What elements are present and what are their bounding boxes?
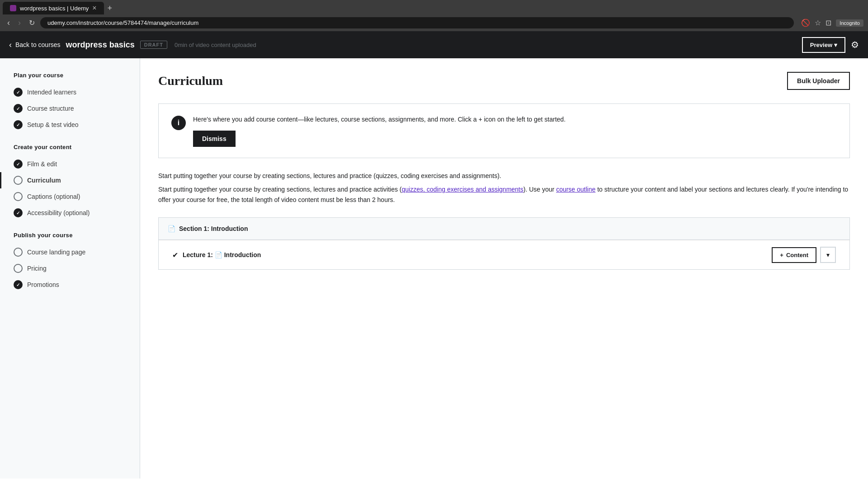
page-title: Curriculum <box>158 74 223 88</box>
desc-line1: Start putting together your course by cr… <box>158 171 850 181</box>
check-icon-intended-learners <box>14 88 23 97</box>
publish-section: Publish your course Course landing page … <box>0 232 140 293</box>
desc-line2-before: Start putting together your course by cr… <box>158 186 402 193</box>
content-plus-icon: + <box>780 252 783 258</box>
udemy-favicon <box>10 5 16 11</box>
sidebar-item-captions[interactable]: Captions (optional) <box>0 188 140 205</box>
tab-close-button[interactable]: × <box>92 5 96 12</box>
incognito-badge: Incognito <box>836 19 863 27</box>
check-icon-course-landing-page <box>14 248 23 257</box>
sidebar-label-course-landing-page: Course landing page <box>27 249 85 256</box>
check-icon-promotions <box>14 280 23 289</box>
preview-label: Preview <box>810 42 832 48</box>
browser-controls: ‹ › ↻ udemy.com/instructor/course/578447… <box>0 14 868 31</box>
lecture-check-icon: ✔ <box>172 251 178 259</box>
lecture-1-number: Lecture 1: <box>183 251 213 258</box>
expand-lecture-button[interactable]: ▾ <box>820 247 836 263</box>
info-icon: i <box>171 116 186 130</box>
check-icon-captions <box>14 192 23 201</box>
info-banner-content: Here's where you add course content—like… <box>193 115 566 147</box>
sidebar-label-captions: Captions (optional) <box>27 193 80 200</box>
sidebar-label-setup-test-video: Setup & test video <box>27 121 79 128</box>
browser-actions: 🚫 ☆ ⊡ Incognito <box>801 19 863 27</box>
sidebar-icon[interactable]: ⊡ <box>826 19 831 27</box>
check-icon-course-structure <box>14 104 23 113</box>
sidebar-item-intended-learners[interactable]: Intended learners <box>0 84 140 100</box>
sidebar-item-accessibility[interactable]: Accessibility (optional) <box>0 205 140 221</box>
section-1-label: Section 1: Introduction <box>179 225 248 232</box>
sidebar-item-setup-test-video[interactable]: Setup & test video <box>0 117 140 133</box>
publish-section-title: Publish your course <box>0 232 140 244</box>
create-section: Create your content Film & edit Curricul… <box>0 144 140 221</box>
video-info: 0min of video content uploaded <box>175 42 256 48</box>
course-outline-link[interactable]: course outline <box>556 186 595 193</box>
sidebar-label-curriculum: Curriculum <box>27 177 61 184</box>
section-1-title: Introduction <box>211 225 248 232</box>
info-banner-text: Here's where you add course content—like… <box>193 115 566 124</box>
sidebar-label-intended-learners: Intended learners <box>27 89 76 96</box>
add-content-button[interactable]: + Content <box>772 247 816 263</box>
sidebar-item-course-structure[interactable]: Course structure <box>0 100 140 117</box>
bulk-uploader-button[interactable]: Bulk Uploader <box>787 72 850 90</box>
sidebar: Plan your course Intended learners Cours… <box>0 58 140 479</box>
sidebar-item-pricing[interactable]: Pricing <box>0 260 140 277</box>
section-file-icon: 📄 <box>168 225 175 232</box>
back-to-courses-label: Back to courses <box>15 41 61 48</box>
sidebar-label-course-structure: Course structure <box>27 105 74 112</box>
check-icon-accessibility <box>14 208 23 217</box>
address-bar[interactable]: udemy.com/instructor/course/5784474/mana… <box>40 17 794 28</box>
page-title-row: Curriculum Bulk Uploader <box>158 72 850 90</box>
plan-section-title: Plan your course <box>0 72 140 84</box>
browser-tab[interactable]: wordpress basics | Udemy × <box>3 2 104 14</box>
main-content: Curriculum Bulk Uploader i Here's where … <box>140 58 868 479</box>
sidebar-label-promotions: Promotions <box>27 281 59 288</box>
reload-button[interactable]: ↻ <box>26 18 38 28</box>
content-label: Content <box>786 252 808 258</box>
desc-line2: Start putting together your course by cr… <box>158 184 850 205</box>
sidebar-item-curriculum[interactable]: Curriculum <box>0 172 140 188</box>
check-icon-film-edit <box>14 160 23 169</box>
plan-section: Plan your course Intended learners Cours… <box>0 72 140 133</box>
dismiss-button[interactable]: Dismiss <box>193 131 236 147</box>
sidebar-label-film-edit: Film & edit <box>27 160 57 168</box>
preview-arrow-icon: ▾ <box>834 42 837 48</box>
desc-line2-middle: ). Use your <box>524 186 556 193</box>
back-nav-button[interactable]: ‹ <box>5 17 13 28</box>
check-icon-setup-test-video <box>14 120 23 129</box>
sidebar-label-accessibility: Accessibility (optional) <box>27 209 90 216</box>
app-header: ‹ Back to courses wordpress basics DRAFT… <box>0 31 868 58</box>
preview-button[interactable]: Preview ▾ <box>802 37 845 53</box>
section-1-number: Section 1: <box>179 225 209 232</box>
check-icon-curriculum <box>14 176 23 185</box>
tab-title: wordpress basics | Udemy <box>20 5 89 12</box>
eye-slash-icon: 🚫 <box>801 19 810 27</box>
main-layout: Plan your course Intended learners Cours… <box>0 58 868 479</box>
sidebar-label-pricing: Pricing <box>27 265 47 272</box>
new-tab-button[interactable]: + <box>104 3 116 14</box>
draft-badge: DRAFT <box>140 41 167 49</box>
url-display: udemy.com/instructor/course/5784474/mana… <box>47 19 787 26</box>
star-icon[interactable]: ☆ <box>815 19 821 27</box>
forward-nav-button[interactable]: › <box>15 17 24 28</box>
description-section: Start putting together your course by cr… <box>158 171 850 205</box>
section-1-header: 📄 Section 1: Introduction <box>159 218 849 240</box>
browser-tab-bar: wordpress basics | Udemy × + <box>0 0 868 14</box>
sidebar-item-promotions[interactable]: Promotions <box>0 277 140 293</box>
lecture-1-title: Introduction <box>224 251 261 258</box>
back-to-courses-link[interactable]: ‹ Back to courses <box>9 40 61 50</box>
lecture-1-label: Lecture 1: 📄 Introduction <box>183 251 772 258</box>
check-icon-pricing <box>14 264 23 273</box>
sidebar-item-film-edit[interactable]: Film & edit <box>0 156 140 172</box>
course-title: wordpress basics <box>66 40 135 50</box>
quizzes-link[interactable]: quizzes, coding exercises and assignment… <box>402 186 524 193</box>
back-arrow-icon: ‹ <box>9 40 12 50</box>
settings-button[interactable]: ⚙ <box>851 39 859 50</box>
lecture-1-icon: 📄 <box>215 251 222 258</box>
info-banner: i Here's where you add course content—li… <box>158 103 850 158</box>
create-section-title: Create your content <box>0 144 140 156</box>
lecture-1-item: ✔ Lecture 1: 📄 Introduction + Content ▾ <box>159 240 849 269</box>
sidebar-item-course-landing-page[interactable]: Course landing page <box>0 244 140 260</box>
section-1-block: 📄 Section 1: Introduction ✔ Lecture 1: 📄… <box>158 217 850 270</box>
